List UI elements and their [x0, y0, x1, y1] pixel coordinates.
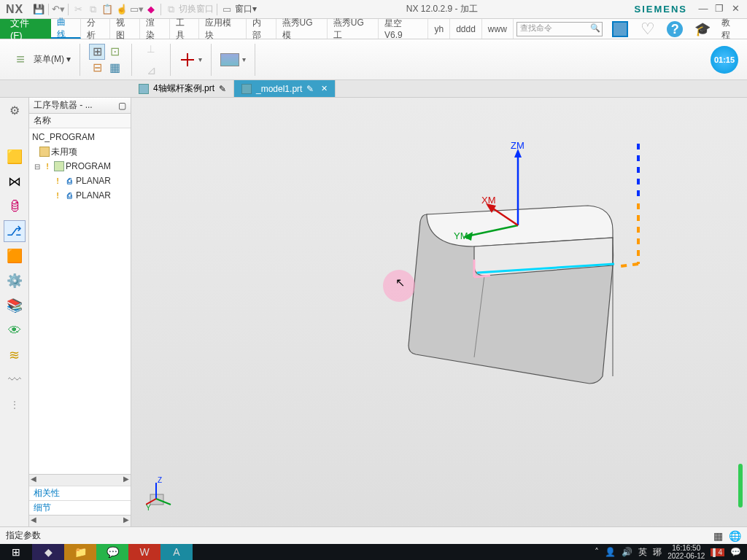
fullscreen-icon[interactable]: [611, 20, 629, 38]
menu-yx-mold[interactable]: 燕秀UG模: [276, 19, 328, 39]
toolpath-icon[interactable]: ⊞: [89, 44, 105, 60]
navigator-column-header[interactable]: 名称: [29, 114, 131, 128]
menu-curve[interactable]: 曲线: [51, 19, 81, 39]
status-layer-icon[interactable]: ▦: [713, 530, 723, 542]
learn-icon[interactable]: 🎓: [694, 20, 711, 38]
toolpath-b-icon[interactable]: ⊡: [107, 44, 123, 60]
rail-constraint-icon[interactable]: ⋈: [4, 171, 26, 192]
menu-file[interactable]: 文件(F): [0, 19, 51, 39]
command-search[interactable]: 查找命令: [516, 22, 603, 36]
rail-book-icon[interactable]: 📚: [4, 295, 26, 316]
status-globe-icon[interactable]: 🌐: [729, 530, 741, 542]
measure-a-icon[interactable]: ⟂: [141, 39, 161, 59]
tutorial-label[interactable]: 教程: [721, 17, 739, 42]
window-menu-label[interactable]: 窗口▾: [235, 3, 257, 15]
cut-icon[interactable]: ✂: [71, 3, 85, 16]
rail-view-icon[interactable]: 👁: [4, 319, 26, 341]
tray-up-icon[interactable]: ˄: [595, 547, 599, 557]
siemens-brand: SIEMENS: [624, 4, 697, 15]
copy-icon[interactable]: ⧉: [86, 3, 99, 16]
tree-program[interactable]: ⊟ ! PROGRAM: [29, 159, 131, 174]
rail-more-icon[interactable]: ⋮: [4, 394, 26, 416]
menu-internal[interactable]: 内部: [247, 19, 276, 39]
eraser-icon[interactable]: ◆: [144, 3, 158, 16]
timer-badge: 01:15: [711, 46, 738, 74]
system-clock[interactable]: 16:16:50 2022-06-12: [667, 544, 705, 560]
display-icon[interactable]: [220, 53, 239, 66]
tray-volume-icon[interactable]: 🔊: [622, 547, 632, 557]
window-menu-icon[interactable]: ▭: [220, 3, 233, 16]
tree-op-1[interactable]: ! ⎙ PLANAR: [29, 174, 131, 188]
rail-machine2-icon[interactable]: ⚙️: [4, 270, 26, 292]
notifications-icon[interactable]: 💬: [730, 547, 741, 557]
touch-icon[interactable]: ☝: [115, 3, 128, 16]
undo-icon[interactable]: ↶▾: [52, 3, 65, 16]
tray-people-icon[interactable]: 👤: [605, 547, 616, 557]
nav-hscroll[interactable]: ◀▶: [29, 474, 131, 486]
menu-dddd[interactable]: dddd: [450, 19, 482, 39]
switch-window-icon[interactable]: ⧉: [164, 3, 177, 16]
rail-sheet-icon[interactable]: 🟧: [4, 245, 26, 267]
program-icon: [54, 161, 64, 171]
collapse-icon[interactable]: ⊟: [34, 163, 41, 171]
origin-icon[interactable]: [179, 52, 196, 68]
folder-icon: [39, 147, 50, 157]
view-scroll-indicator[interactable]: [738, 464, 743, 508]
rail-assembly-icon[interactable]: 🟨: [4, 146, 26, 168]
help-icon[interactable]: ?: [666, 20, 684, 38]
task-app-2[interactable]: A: [160, 544, 193, 560]
rail-operation-icon[interactable]: ⎇: [4, 220, 26, 242]
ime-mode[interactable]: 琊: [653, 546, 662, 559]
display-dropdown[interactable]: ▾: [242, 55, 246, 63]
task-wechat[interactable]: 💬: [96, 544, 128, 560]
save-icon[interactable]: 💾: [32, 3, 45, 16]
rail-layers-icon[interactable]: ≋: [4, 344, 26, 366]
menu-analyze[interactable]: 分析: [81, 19, 111, 39]
nav-hscroll-2[interactable]: ◀▶: [29, 515, 131, 526]
navigator-title: 工序导航器 - ...: [34, 99, 93, 112]
tree-root[interactable]: NC_PROGRAM: [29, 130, 131, 144]
menu-yx-tool[interactable]: 燕秀UG工: [328, 19, 379, 39]
tray-flag-icon[interactable]: ▌4: [711, 548, 724, 556]
menu-yh[interactable]: yh: [428, 19, 450, 39]
operation-navigator: 工序导航器 - ... ▢ 名称 NC_PROGRAM 未用项 ⊟ ! PROG…: [29, 98, 131, 526]
task-app-1[interactable]: ◆: [32, 544, 64, 560]
tab-close-icon[interactable]: ✕: [318, 84, 328, 93]
ribbon-menu-label[interactable]: 菜单(M) ▾: [34, 53, 71, 66]
rail-curve-icon[interactable]: 〰: [4, 369, 26, 391]
doc-tab-0[interactable]: 4轴螺杆案例.prt ✎: [131, 80, 234, 97]
paste-icon[interactable]: 📋: [101, 3, 114, 16]
menu-app[interactable]: 应用模块: [199, 19, 246, 39]
task-wps[interactable]: W: [128, 544, 160, 560]
settings-icon[interactable]: ⚙: [4, 99, 26, 121]
ime-lang[interactable]: 英: [638, 546, 647, 559]
menu-www[interactable]: www: [482, 19, 514, 39]
doc-tab-label: _model1.prt: [256, 84, 302, 94]
viewport-3d[interactable]: ZM XM YM ↖ Z Y: [131, 98, 747, 526]
navigator-pin-icon[interactable]: ▢: [118, 101, 126, 111]
origin-dropdown[interactable]: ▾: [198, 55, 202, 63]
menu-view[interactable]: 视图: [110, 19, 140, 39]
start-button[interactable]: ⊞: [0, 544, 32, 560]
menu-render[interactable]: 渲染: [140, 19, 170, 39]
restore-button[interactable]: ❐: [713, 4, 725, 15]
measure-b-icon[interactable]: ⊿: [141, 61, 161, 81]
nav-related[interactable]: 相关性: [29, 486, 131, 500]
dirty-icon: ✎: [306, 84, 314, 94]
layer-dropdown-icon[interactable]: ▭▾: [130, 3, 143, 16]
menu-tools[interactable]: 工具: [170, 19, 200, 39]
tree-op-2[interactable]: ! ⎙ PLANAR: [29, 188, 131, 203]
task-explorer[interactable]: 📁: [64, 544, 96, 560]
tree-unused[interactable]: 未用项: [29, 144, 131, 159]
minimize-button[interactable]: —: [697, 4, 709, 15]
rail-machine-icon[interactable]: 🛢: [4, 195, 26, 217]
ribbon: ≡ 菜单(M) ▾ ⊞ ⊡ ⊟ ▦ ⟂ ⊿ ▾ ▾ 01:15: [0, 39, 747, 80]
toolpath-c-icon[interactable]: ⊟: [89, 60, 105, 76]
hamburger-icon[interactable]: ≡: [10, 50, 31, 70]
favorites-icon[interactable]: ♡: [639, 20, 657, 38]
toolpath-d-icon[interactable]: ▦: [107, 60, 123, 76]
close-button[interactable]: ✕: [729, 4, 741, 15]
nav-details[interactable]: 细节: [29, 500, 131, 515]
menu-xk[interactable]: 星空 V6.9: [379, 19, 428, 39]
doc-tab-1[interactable]: _model1.prt ✎ ✕: [234, 80, 336, 97]
